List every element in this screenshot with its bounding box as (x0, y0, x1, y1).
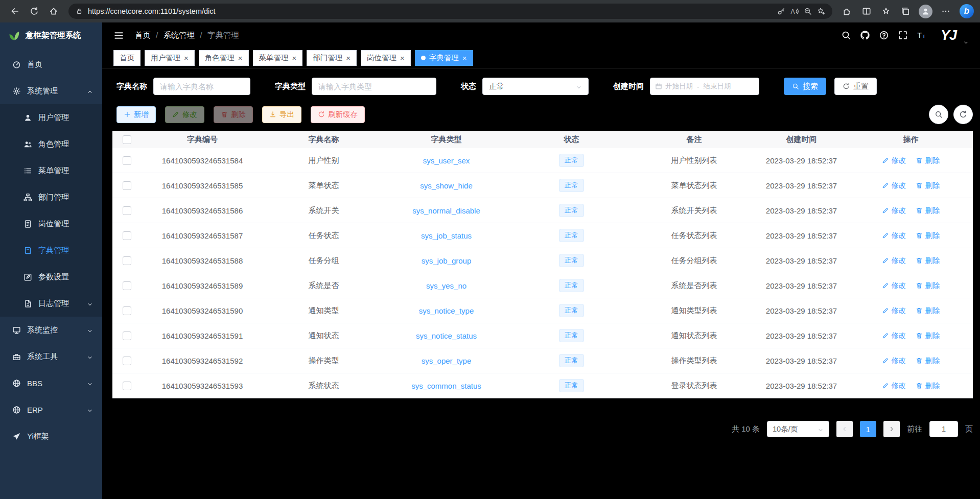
edit-link[interactable]: 修改 (882, 181, 906, 191)
breadcrumb-item-首页[interactable]: 首页 (135, 30, 151, 41)
sidebar-item-岗位管理[interactable]: 岗位管理 (0, 210, 102, 237)
dict-type-link[interactable]: sys_normal_disable (412, 206, 480, 215)
status-select[interactable]: 正常 (482, 78, 589, 95)
reset-button[interactable]: 重置 (834, 78, 877, 95)
add-favorite-icon[interactable] (817, 7, 825, 15)
dict-type-link[interactable]: sys_common_status (411, 382, 481, 390)
sidebar-item-系统管理[interactable]: 系统管理 (0, 78, 102, 104)
edit-link[interactable]: 修改 (882, 256, 906, 266)
tab-用户管理[interactable]: 用户管理 × (145, 50, 195, 66)
tab-首页[interactable]: 首页 (113, 50, 141, 66)
url-text[interactable]: https://ccnetcore.com:1101/system/dict (88, 7, 772, 15)
delete-link[interactable]: 删除 (916, 156, 940, 165)
dict-type-input[interactable] (312, 78, 436, 95)
row-checkbox[interactable] (123, 156, 131, 165)
read-aloud-icon[interactable]: A (790, 7, 799, 15)
tab-岗位管理[interactable]: 岗位管理 × (361, 50, 411, 66)
date-range-picker[interactable]: 开始日期 - 结束日期 (650, 78, 759, 95)
sidebar-item-Yi框架[interactable]: Yi框架 (0, 423, 102, 449)
dict-type-link[interactable]: sys_notice_type (419, 306, 474, 315)
zoom-out-icon[interactable] (804, 7, 812, 15)
chevron-down-icon[interactable] (963, 38, 969, 44)
row-checkbox[interactable] (123, 256, 131, 265)
delete-link[interactable]: 删除 (916, 356, 940, 366)
start-date-placeholder[interactable]: 开始日期 (665, 82, 693, 91)
end-date-placeholder[interactable]: 结束日期 (704, 82, 731, 91)
sidebar-item-参数设置[interactable]: 参数设置 (0, 264, 102, 290)
refresh-cache-button[interactable]: 刷新缓存 (311, 106, 365, 123)
sidebar-item-BBS[interactable]: BBS (0, 370, 102, 396)
split-screen-icon[interactable] (858, 3, 875, 20)
edit-link[interactable]: 修改 (882, 231, 906, 241)
next-page-button[interactable] (883, 421, 900, 437)
dict-type-link[interactable]: sys_job_status (421, 231, 472, 240)
refresh-table-icon[interactable] (953, 105, 973, 124)
prev-page-button[interactable] (836, 421, 853, 437)
font-size-icon[interactable]: TT (917, 30, 927, 40)
profile-avatar[interactable] (919, 5, 932, 18)
export-button[interactable]: 导出 (262, 106, 301, 123)
delete-link[interactable]: 删除 (916, 331, 940, 341)
user-logo[interactable]: YJ (941, 28, 956, 43)
close-tab-icon[interactable]: × (238, 54, 243, 62)
delete-link[interactable]: 删除 (916, 181, 940, 191)
dict-type-link[interactable]: sys_user_sex (423, 156, 470, 165)
edit-link[interactable]: 修改 (882, 356, 906, 366)
delete-link[interactable]: 删除 (916, 281, 940, 291)
edit-link[interactable]: 修改 (882, 206, 906, 216)
dict-type-link[interactable]: sys_notice_status (416, 331, 477, 340)
refresh-page-icon[interactable] (26, 3, 43, 20)
close-tab-icon[interactable]: × (346, 54, 351, 62)
edit-link[interactable]: 修改 (882, 331, 906, 341)
delete-button[interactable]: 删除 (214, 106, 253, 123)
collections-icon[interactable] (897, 3, 914, 20)
edit-link[interactable]: 修改 (882, 281, 906, 291)
sidebar-item-角色管理[interactable]: 角色管理 (0, 131, 102, 157)
bing-chat-icon[interactable]: b (960, 4, 974, 18)
breadcrumb-item-系统管理[interactable]: 系统管理 (163, 30, 195, 41)
github-icon[interactable] (860, 30, 870, 40)
goto-page-input[interactable] (929, 421, 958, 437)
sidebar-item-菜单管理[interactable]: 菜单管理 (0, 157, 102, 184)
delete-link[interactable]: 删除 (916, 306, 940, 316)
dict-type-link[interactable]: sys_job_group (422, 256, 472, 265)
toggle-search-icon[interactable] (929, 105, 948, 124)
select-all-checkbox[interactable] (123, 135, 131, 144)
row-checkbox[interactable] (123, 331, 131, 340)
favorites-icon[interactable] (877, 3, 895, 20)
edit-link[interactable]: 修改 (882, 306, 906, 316)
row-checkbox[interactable] (123, 357, 131, 365)
row-checkbox[interactable] (123, 306, 131, 315)
sidebar-item-ERP[interactable]: ERP (0, 396, 102, 423)
row-checkbox[interactable] (123, 231, 131, 240)
sidebar-item-用户管理[interactable]: 用户管理 (0, 104, 102, 131)
fullscreen-icon[interactable] (898, 30, 908, 40)
help-icon[interactable] (879, 30, 889, 40)
row-checkbox[interactable] (123, 382, 131, 390)
extensions-icon[interactable] (838, 3, 856, 20)
page-1-button[interactable]: 1 (860, 421, 876, 437)
tab-角色管理[interactable]: 角色管理 × (199, 50, 249, 66)
delete-link[interactable]: 删除 (916, 381, 940, 391)
browser-menu-icon[interactable] (937, 3, 954, 20)
page-size-select[interactable]: 10条/页 (767, 421, 829, 437)
close-tab-icon[interactable]: × (400, 54, 405, 62)
close-tab-icon[interactable]: × (292, 54, 297, 62)
sidebar-item-首页[interactable]: 首页 (0, 51, 102, 78)
edit-link[interactable]: 修改 (882, 381, 906, 391)
saved-password-key-icon[interactable] (777, 7, 785, 15)
delete-link[interactable]: 删除 (916, 231, 940, 241)
back-icon[interactable] (6, 3, 24, 20)
sidebar-item-日志管理[interactable]: 日志管理 (0, 290, 102, 317)
sidebar-item-系统监控[interactable]: 系统监控 (0, 317, 102, 343)
add-button[interactable]: 新增 (116, 106, 156, 123)
row-checkbox[interactable] (123, 281, 131, 290)
browser-home-icon[interactable] (45, 3, 62, 20)
address-bar[interactable]: https://ccnetcore.com:1101/system/dict A (68, 4, 832, 19)
search-button[interactable]: 搜索 (784, 78, 826, 95)
delete-link[interactable]: 删除 (916, 256, 940, 266)
tab-菜单管理[interactable]: 菜单管理 × (253, 50, 303, 66)
dict-type-link[interactable]: sys_show_hide (420, 181, 473, 190)
close-tab-icon[interactable]: × (184, 54, 189, 62)
sidebar-item-系统工具[interactable]: 系统工具 (0, 343, 102, 370)
